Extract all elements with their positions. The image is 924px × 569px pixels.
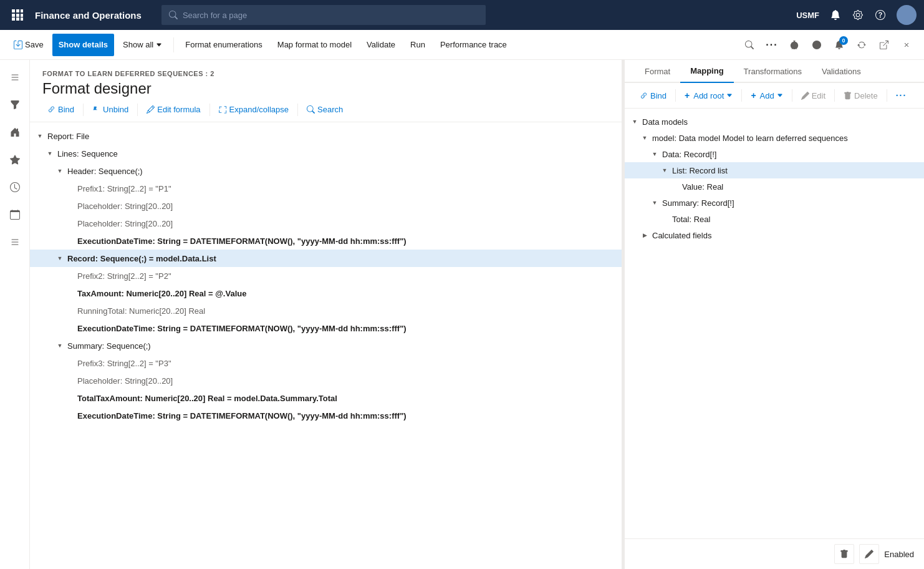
tree-item-summary[interactable]: ▼Summary: Sequence(;) — [30, 337, 622, 354]
tree-label: Prefix1: String[2..2] = "P1" — [75, 184, 171, 193]
search-tree-button[interactable]: Search — [302, 102, 348, 117]
tree-label: ExecutionDateTime: String = DATETIMEFORM… — [75, 411, 407, 421]
sidebar-menu-icon[interactable] — [2, 65, 27, 90]
tree-item-taxamount[interactable]: TaxAmount: Numeric[20..20] Real = @.Valu… — [30, 284, 622, 302]
performance-trace-label: Performance trace — [440, 40, 507, 49]
show-all-label: Show all — [123, 40, 153, 49]
model-item-calc_fields[interactable]: ▶Calculated fields — [625, 227, 924, 243]
add-button[interactable]: + Add — [746, 88, 787, 103]
performance-trace-button[interactable]: Performance trace — [434, 34, 513, 56]
model-item-summary_record[interactable]: ▼Summary: Record[!] — [625, 195, 924, 211]
office-icon[interactable] — [807, 35, 827, 55]
format-enumerations-button[interactable]: Format enumerations — [179, 34, 269, 56]
plugin-icon[interactable] — [784, 35, 804, 55]
close-icon[interactable] — [897, 35, 917, 55]
sidebar-star-icon[interactable] — [2, 147, 27, 172]
toggle-icon — [65, 376, 75, 386]
apps-grid-icon[interactable] — [7, 5, 27, 25]
tree-item-placeholder3[interactable]: Placeholder: String[20..20] — [30, 372, 622, 389]
tree-item-record[interactable]: ▼Record: Sequence(;) = model.Data.List — [30, 250, 622, 267]
model-item-list_record[interactable]: ▼List: Record list — [625, 162, 924, 178]
model-tree: ▼Data models▼model: Data model Model to … — [625, 109, 924, 538]
model-item-data_record[interactable]: ▼Data: Record[!] — [625, 146, 924, 162]
tree-label: Prefix2: String[2..2] = "P2" — [75, 271, 171, 281]
unbind-button[interactable]: Unbind — [87, 102, 133, 117]
tab-format[interactable]: Format — [635, 60, 680, 83]
sidebar-left — [0, 60, 30, 569]
right-bottom: Enabled — [625, 538, 924, 569]
edit-bottom-button[interactable] — [859, 544, 879, 564]
model-item-model_node[interactable]: ▼model: Data model Model to learn deferr… — [625, 130, 924, 146]
model-item-total_real[interactable]: Total: Real — [625, 211, 924, 227]
tree-item-totaltax[interactable]: TotalTaxAmount: Numeric[20..20] Real = m… — [30, 389, 622, 407]
model-item-value_real[interactable]: Value: Real — [625, 178, 924, 195]
toggle-icon: ▼ — [55, 341, 65, 351]
tree-item-report[interactable]: ▼Report: File — [30, 127, 622, 145]
edit-formula-button[interactable]: Edit formula — [142, 102, 205, 117]
tree-item-prefix2[interactable]: Prefix2: String[2..2] = "P2" — [30, 267, 622, 284]
sidebar-home-icon[interactable] — [2, 120, 27, 145]
notification-badge: 0 — [839, 36, 848, 45]
user-avatar[interactable] — [897, 5, 917, 25]
model-toggle-icon: ▼ — [650, 200, 660, 206]
show-all-button[interactable]: Show all — [117, 34, 168, 56]
svg-rect-7 — [16, 17, 19, 21]
validate-button[interactable]: Validate — [360, 34, 402, 56]
global-search-box[interactable] — [161, 5, 486, 25]
tree-label: Placeholder: String[20..20] — [75, 202, 173, 211]
open-external-icon[interactable] — [874, 35, 894, 55]
tree-item-runningtotal[interactable]: RunningTotal: Numeric[20..20] Real — [30, 302, 622, 319]
settings-icon[interactable] — [852, 9, 864, 21]
tab-transformations[interactable]: Transformations — [734, 60, 812, 83]
tree-item-prefix1[interactable]: Prefix1: String[2..2] = "P1" — [30, 180, 622, 197]
notification-badge-button[interactable]: 0 — [829, 35, 849, 55]
tree-label: ExecutionDateTime: String = DATETIMEFORM… — [75, 236, 407, 246]
tab-mapping[interactable]: Mapping — [680, 60, 733, 83]
bind-button[interactable]: Bind — [42, 102, 79, 117]
show-details-button[interactable]: Show details — [52, 34, 114, 56]
tree-item-prefix3[interactable]: Prefix3: String[2..2] = "P3" — [30, 354, 622, 372]
show-details-label: Show details — [59, 40, 108, 49]
tree-label: RunningTotal: Numeric[20..20] Real — [75, 306, 205, 316]
map-format-to-model-button[interactable]: Map format to model — [271, 34, 358, 56]
tab-validations[interactable]: Validations — [812, 60, 871, 83]
more-options-icon[interactable]: ··· — [762, 35, 782, 55]
toolbar-sep-1 — [83, 104, 84, 116]
model-label: Total: Real — [670, 215, 710, 224]
help-icon[interactable] — [874, 9, 887, 21]
more-mapping-button[interactable]: ··· — [891, 88, 912, 103]
add-root-button[interactable]: + Add root — [680, 88, 738, 103]
commandbar: Save Show details Show all Format enumer… — [0, 30, 924, 60]
tree-label: TaxAmount: Numeric[20..20] Real = @.Valu… — [75, 289, 246, 298]
tree-item-execdate3[interactable]: ExecutionDateTime: String = DATETIMEFORM… — [30, 407, 622, 424]
mapping-bind-button[interactable]: Bind — [635, 89, 671, 103]
edit-mapping-button[interactable]: Edit — [796, 89, 830, 103]
edit-formula-label: Edit formula — [157, 105, 200, 114]
toggle-icon — [65, 218, 75, 228]
tree-item-header[interactable]: ▼Header: Sequence(;) — [30, 162, 622, 180]
delete-mapping-button[interactable]: Delete — [839, 89, 883, 103]
right-toolbar: Bind + Add root + Add Edit Delet — [625, 83, 924, 109]
sidebar-calendar-icon[interactable] — [2, 202, 27, 227]
search-cmd-icon[interactable] — [739, 35, 759, 55]
right-panel: FormatMappingTransformationsValidations … — [625, 60, 924, 569]
sidebar-recent-icon[interactable] — [2, 175, 27, 200]
save-button[interactable]: Save — [7, 34, 50, 56]
save-label: Save — [25, 40, 44, 49]
tree-label: Summary: Sequence(;) — [65, 341, 151, 351]
expand-collapse-button[interactable]: Expand/collapse — [214, 102, 294, 117]
global-search-input[interactable] — [183, 11, 478, 20]
model-item-data_models[interactable]: ▼Data models — [625, 114, 924, 130]
tree-item-execdate2[interactable]: ExecutionDateTime: String = DATETIMEFORM… — [30, 319, 622, 337]
delete-bottom-button[interactable] — [834, 544, 854, 564]
tree-item-lines[interactable]: ▼Lines: Sequence — [30, 145, 622, 162]
format-enumerations-label: Format enumerations — [185, 40, 262, 49]
tree-item-placeholder2[interactable]: Placeholder: String[20..20] — [30, 215, 622, 232]
run-button[interactable]: Run — [404, 34, 431, 56]
notification-icon[interactable] — [829, 9, 842, 21]
refresh-icon[interactable] — [852, 35, 872, 55]
sidebar-list-icon[interactable] — [2, 230, 27, 255]
sidebar-filter-icon[interactable] — [2, 92, 27, 117]
tree-item-execdate1[interactable]: ExecutionDateTime: String = DATETIMEFORM… — [30, 232, 622, 250]
tree-item-placeholder1[interactable]: Placeholder: String[20..20] — [30, 197, 622, 215]
